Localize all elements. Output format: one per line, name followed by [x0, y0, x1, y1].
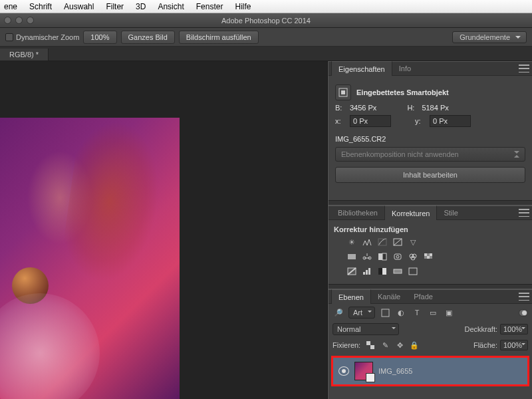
svg-rect-24: [378, 268, 382, 275]
hue-sat-icon[interactable]: [346, 251, 358, 263]
menu-item[interactable]: ene: [4, 2, 17, 11]
window-controls[interactable]: [4, 17, 34, 24]
photo-filter-icon[interactable]: [392, 251, 404, 263]
svg-rect-17: [424, 256, 427, 259]
menu-item[interactable]: Hilfe: [235, 2, 251, 11]
color-balance-icon[interactable]: [361, 251, 373, 263]
canvas-area[interactable]: [0, 61, 328, 399]
search-icon[interactable]: 🔎: [332, 307, 344, 319]
svg-rect-25: [382, 268, 386, 275]
height-value: 5184 Px: [422, 104, 448, 112]
menu-item[interactable]: Ansicht: [158, 2, 184, 11]
panel-menu-icon[interactable]: [519, 293, 529, 301]
color-lookup-icon[interactable]: [422, 251, 434, 263]
svg-rect-8: [382, 253, 386, 260]
filter-adjust-icon[interactable]: ◐: [395, 307, 407, 319]
bw-icon[interactable]: [376, 251, 388, 263]
layers-panel-header: Ebenen Kanäle Pfade: [329, 289, 532, 304]
panel-menu-icon[interactable]: [519, 209, 529, 217]
filter-switch[interactable]: [519, 309, 528, 317]
lock-all-icon[interactable]: 🔒: [408, 339, 420, 351]
tab-layers[interactable]: Ebenen: [331, 289, 371, 304]
visibility-eye-icon[interactable]: [338, 366, 349, 376]
zoom-dot[interactable]: [27, 17, 34, 24]
tab-libraries[interactable]: Bibliotheken: [331, 206, 384, 219]
opacity-value[interactable]: 100%: [500, 324, 528, 334]
fill-screen-button[interactable]: Bildschirm ausfüllen: [179, 31, 259, 44]
filter-type-icon[interactable]: T: [411, 307, 423, 319]
svg-rect-21: [363, 272, 365, 275]
fit-screen-button[interactable]: Ganzes Bild: [121, 31, 175, 44]
menu-item[interactable]: Fenster: [196, 2, 223, 11]
svg-point-10: [396, 255, 399, 258]
invert-icon[interactable]: [346, 265, 358, 277]
workspace-dropdown[interactable]: Grundelemente: [452, 31, 527, 43]
properties-panel-header: Eigenschaften Info: [329, 61, 532, 76]
svg-rect-15: [427, 253, 430, 256]
levels-icon[interactable]: [361, 236, 373, 248]
tab-channels[interactable]: Kanäle: [371, 290, 407, 303]
panel-menu-icon[interactable]: [519, 65, 529, 72]
channel-mixer-icon[interactable]: [407, 251, 419, 263]
x-label: x:: [335, 117, 344, 125]
panel-dock: Eigenschaften Info Eingebettetes Smartob…: [328, 61, 532, 399]
x-input[interactable]: [350, 115, 391, 127]
properties-panel-body: Eingebettetes Smartobjekt B: 3456 Px H: …: [329, 76, 532, 200]
minimize-dot[interactable]: [15, 17, 23, 24]
filter-kind-dropdown[interactable]: Art: [348, 307, 375, 319]
close-dot[interactable]: [4, 17, 11, 24]
layer-row-selected[interactable]: IMG_6655: [331, 356, 529, 386]
exposure-icon[interactable]: [392, 236, 404, 248]
smart-object-type-label: Eingebettetes Smartobjekt: [356, 88, 449, 96]
fill-value[interactable]: 100%: [500, 340, 528, 350]
menu-item[interactable]: Filter: [106, 2, 124, 11]
y-input[interactable]: [430, 115, 471, 127]
edit-contents-button[interactable]: Inhalt bearbeiten: [335, 167, 525, 183]
layer-name[interactable]: IMG_6655: [378, 367, 412, 375]
y-label: y:: [415, 117, 424, 125]
posterize-icon[interactable]: [361, 265, 373, 277]
height-label: H:: [407, 104, 416, 112]
tab-properties[interactable]: Eigenschaften: [331, 61, 392, 76]
selective-color-icon[interactable]: [407, 265, 419, 277]
svg-rect-4: [348, 254, 356, 259]
layer-thumbnail[interactable]: [354, 362, 373, 380]
filter-smart-icon[interactable]: ▣: [443, 307, 455, 319]
dynamic-zoom-checkbox[interactable]: Dynamischer Zoom: [5, 33, 79, 41]
document-image: [0, 118, 180, 399]
svg-rect-14: [424, 253, 427, 256]
vibrance-icon[interactable]: ▽: [407, 236, 419, 248]
brightness-icon[interactable]: ☀: [346, 236, 358, 248]
width-label: B:: [335, 104, 344, 112]
tab-styles[interactable]: Stile: [437, 206, 464, 219]
tab-paths[interactable]: Pfade: [407, 290, 440, 303]
menu-item[interactable]: 3D: [136, 2, 146, 11]
svg-rect-19: [430, 256, 432, 259]
filter-shape-icon[interactable]: ▭: [427, 307, 439, 319]
svg-rect-2: [378, 239, 386, 245]
lock-pixels-icon[interactable]: ✎: [379, 339, 391, 351]
filter-pixel-icon[interactable]: [379, 307, 391, 319]
menu-item[interactable]: Schrift: [29, 2, 52, 11]
svg-rect-26: [394, 269, 402, 273]
tab-info[interactable]: Info: [392, 62, 418, 75]
blend-mode-dropdown[interactable]: Normal: [332, 323, 399, 335]
gradient-map-icon[interactable]: [392, 265, 404, 277]
layer-comp-dropdown[interactable]: Ebenenkomposition nicht anwenden: [335, 147, 525, 162]
curves-icon[interactable]: [376, 236, 388, 248]
svg-rect-16: [430, 253, 432, 256]
opacity-label: Deckkraft:: [464, 325, 497, 333]
lock-transparency-icon[interactable]: [364, 339, 376, 351]
svg-rect-1: [341, 90, 345, 94]
threshold-icon[interactable]: [376, 265, 388, 277]
lock-position-icon[interactable]: ✥: [394, 339, 406, 351]
tab-adjustments[interactable]: Korrekturen: [384, 205, 437, 220]
zoom-100-button[interactable]: 100%: [83, 31, 116, 44]
fill-label: Fläche:: [473, 341, 497, 349]
document-tab-bar: RGB/8) *: [0, 47, 532, 61]
menu-item[interactable]: Auswahl: [64, 2, 94, 11]
document-tab[interactable]: RGB/8) *: [0, 49, 49, 61]
svg-rect-23: [368, 268, 370, 275]
svg-rect-22: [366, 270, 368, 275]
options-bar: Dynamischer Zoom 100% Ganzes Bild Bildsc…: [0, 28, 532, 47]
